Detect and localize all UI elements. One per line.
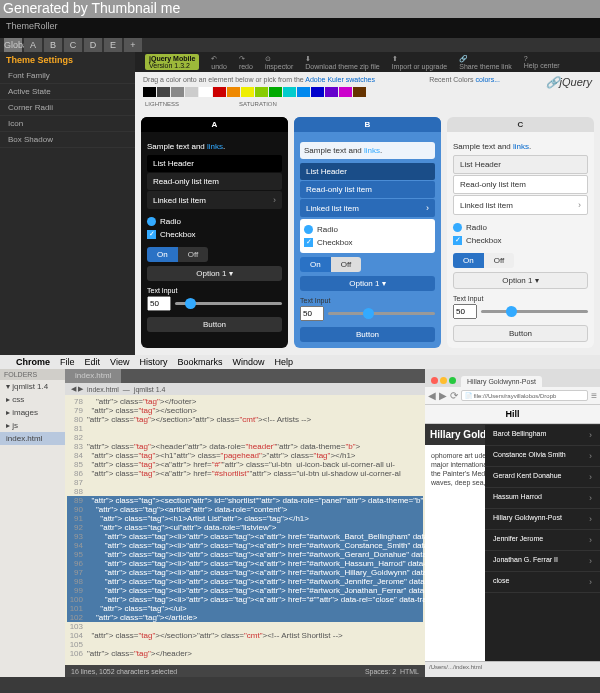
select-option[interactable]: Option 1 ▾ xyxy=(300,276,435,291)
slider-value[interactable] xyxy=(147,296,171,311)
list-item-linked[interactable]: Linked list item› xyxy=(453,195,588,215)
tab-d[interactable]: D xyxy=(84,38,102,52)
undo-button[interactable]: ↶undo xyxy=(211,55,227,70)
lang-setting[interactable]: HTML xyxy=(400,668,419,675)
tab-add[interactable]: + xyxy=(124,38,142,52)
checkbox-option[interactable]: ✓Checkbox xyxy=(147,228,282,241)
slider-value[interactable] xyxy=(300,306,324,321)
colors-link[interactable]: colors... xyxy=(475,76,500,83)
reload-button[interactable]: ⟳ xyxy=(450,390,458,401)
bc-file[interactable]: index.html xyxy=(87,386,119,393)
app-title: ThemeRoller xyxy=(0,18,600,38)
inspector-button[interactable]: ⊙inspector xyxy=(265,55,293,70)
minimize-icon[interactable] xyxy=(440,377,447,384)
kuler-link[interactable]: Adobe Kuler swatches xyxy=(305,76,375,83)
sample-link[interactable]: links xyxy=(364,146,380,155)
tab-e[interactable]: E xyxy=(104,38,122,52)
sample-link[interactable]: links xyxy=(207,142,223,151)
setting-icon[interactable]: Icon xyxy=(0,116,135,132)
menu-bookmarks[interactable]: Bookmarks xyxy=(177,357,222,367)
app-name[interactable]: Chrome xyxy=(16,357,50,367)
browser-tab[interactable]: Hillary Goldwynn-Post xyxy=(461,376,542,387)
select-option[interactable]: Option 1 ▾ xyxy=(453,272,588,289)
slider-track[interactable] xyxy=(328,312,435,315)
slider-track[interactable] xyxy=(175,302,282,305)
panel-item[interactable]: Barot Bellingham› xyxy=(485,425,600,446)
radio-option[interactable]: Radio xyxy=(453,221,588,234)
panel-item-close[interactable]: close› xyxy=(485,572,600,593)
zoom-icon[interactable] xyxy=(449,377,456,384)
list-item-ro: Read-only list item xyxy=(300,181,435,198)
bc-project[interactable]: jqmlist 1.4 xyxy=(134,386,166,393)
setting-font[interactable]: Font Family xyxy=(0,68,135,84)
code-area[interactable]: 78 "attr"> class="tag"></footer>79 "attr… xyxy=(65,395,425,665)
slider-value[interactable] xyxy=(453,304,477,319)
setting-shadow[interactable]: Box Shadow xyxy=(0,132,135,148)
slider-knob[interactable] xyxy=(363,308,374,319)
panel-item[interactable]: Constance Olivia Smith› xyxy=(485,446,600,467)
toggle[interactable]: OnOff xyxy=(147,247,282,262)
chevron-right-icon: › xyxy=(589,514,592,524)
button[interactable]: Button xyxy=(147,317,282,332)
tab-global[interactable]: Global xyxy=(4,38,22,52)
radio-option[interactable]: Radio xyxy=(147,215,282,228)
settings-header: Theme Settings xyxy=(0,52,135,68)
tab-c[interactable]: C xyxy=(64,38,82,52)
back-button[interactable]: ◀ xyxy=(428,390,436,401)
radio-option[interactable]: Radio xyxy=(304,223,431,236)
spaces-setting[interactable]: Spaces: 2 xyxy=(365,668,396,675)
panel-item[interactable]: Jennifer Jerome› xyxy=(485,530,600,551)
themeroller-app: ThemeRoller Global A B C D E + Theme Set… xyxy=(0,18,600,358)
menu-edit[interactable]: Edit xyxy=(85,357,101,367)
panel-item[interactable]: Jonathan G. Ferrar II› xyxy=(485,551,600,572)
folder-js[interactable]: ▸ js xyxy=(0,419,65,432)
color-palette[interactable] xyxy=(135,87,600,99)
devtools-bar[interactable]: /Users/.../index.html xyxy=(425,661,600,677)
folder-css[interactable]: ▸ css xyxy=(0,393,65,406)
editor-statusbar: 16 lines, 1052 characters selected Space… xyxy=(65,665,425,677)
folder-images[interactable]: ▸ images xyxy=(0,406,65,419)
folder-root[interactable]: ▾ jqmlist 1.4 xyxy=(0,380,65,393)
list-item-linked[interactable]: Linked list item› xyxy=(300,199,435,217)
import-button[interactable]: ⬆Import or upgrade xyxy=(392,55,448,70)
radio-icon xyxy=(147,217,156,226)
download-button[interactable]: ⬇Download theme zip file xyxy=(305,55,379,70)
sample-link[interactable]: links xyxy=(513,142,529,151)
toggle[interactable]: OnOff xyxy=(300,257,435,272)
address-bar[interactable]: 📄 file:///Users/rayvillalobos/Dropb xyxy=(461,390,588,401)
hsl-sliders: LIGHTNESS SATURATION xyxy=(135,99,600,109)
slider-knob[interactable] xyxy=(185,298,196,309)
menu-icon[interactable]: ≡ xyxy=(591,390,597,401)
forward-button[interactable]: ▶ xyxy=(439,390,447,401)
menu-file[interactable]: File xyxy=(60,357,75,367)
setting-corner[interactable]: Corner Radii xyxy=(0,100,135,116)
tab-index[interactable]: index.html xyxy=(65,369,121,383)
menu-window[interactable]: Window xyxy=(232,357,264,367)
menu-view[interactable]: View xyxy=(110,357,129,367)
panel-item[interactable]: Hillary Goldwynn-Post› xyxy=(485,509,600,530)
setting-active[interactable]: Active State xyxy=(0,84,135,100)
slider-track[interactable] xyxy=(481,310,588,313)
panel-item[interactable]: Gerard Kent Donahue› xyxy=(485,467,600,488)
checkbox-option[interactable]: ✓Checkbox xyxy=(304,236,431,249)
file-index[interactable]: index.html xyxy=(0,432,65,445)
tab-a[interactable]: A xyxy=(24,38,42,52)
button[interactable]: Button xyxy=(300,327,435,342)
toggle[interactable]: OnOff xyxy=(453,253,588,268)
panel-item[interactable]: Hassum Harrod› xyxy=(485,488,600,509)
list-item-ro: Read-only list item xyxy=(453,175,588,194)
share-button[interactable]: 🔗Share theme link xyxy=(459,55,512,70)
checkbox-option[interactable]: ✓Checkbox xyxy=(453,234,588,247)
slider-knob[interactable] xyxy=(506,306,517,317)
list-item-linked[interactable]: Linked list item› xyxy=(147,191,282,209)
help-button[interactable]: ?Help center xyxy=(524,55,560,69)
menu-history[interactable]: History xyxy=(139,357,167,367)
select-option[interactable]: Option 1 ▾ xyxy=(147,266,282,281)
redo-button[interactable]: ↷redo xyxy=(239,55,253,70)
list-header: List Header xyxy=(300,163,435,180)
button[interactable]: Button xyxy=(453,325,588,342)
tab-b[interactable]: B xyxy=(44,38,62,52)
mac-menubar: Chrome File Edit View History Bookmarks … xyxy=(0,355,600,369)
menu-help[interactable]: Help xyxy=(274,357,293,367)
close-icon[interactable] xyxy=(431,377,438,384)
